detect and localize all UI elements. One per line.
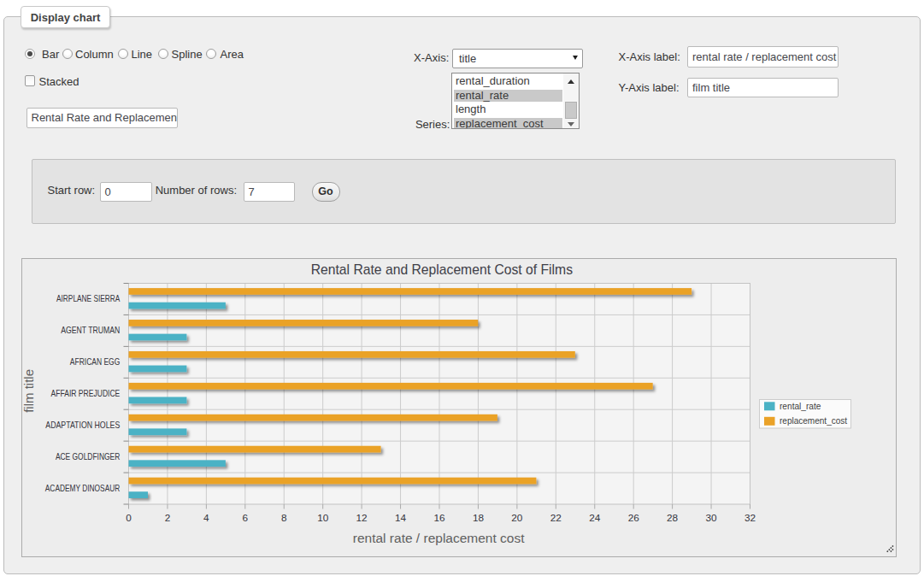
svg-text:0: 0: [126, 512, 132, 524]
svg-text:26: 26: [627, 512, 639, 524]
svg-text:film title: film title: [22, 369, 36, 413]
svg-text:AIRPLANE SIERRA: AIRPLANE SIERRA: [56, 294, 120, 303]
svg-text:ADAPTATION HOLES: ADAPTATION HOLES: [45, 420, 120, 430]
svg-text:8: 8: [280, 512, 286, 524]
svg-text:AGENT TRUMAN: AGENT TRUMAN: [61, 326, 120, 335]
svg-text:12: 12: [356, 512, 367, 524]
svg-text:2: 2: [164, 512, 170, 524]
svg-text:ACE GOLDFINGER: ACE GOLDFINGER: [55, 452, 119, 461]
svg-text:22: 22: [550, 512, 561, 524]
svg-text:AFRICAN EGG: AFRICAN EGG: [69, 357, 120, 367]
svg-text:AFFAIR PREJUDICE: AFFAIR PREJUDICE: [50, 389, 120, 398]
svg-text:ACADEMY DINOSAUR: ACADEMY DINOSAUR: [44, 484, 120, 493]
svg-text:28: 28: [667, 512, 679, 524]
svg-text:Rental Rate and Replacement Co: Rental Rate and Replacement Cost of Film…: [310, 262, 572, 278]
svg-text:32: 32: [744, 512, 755, 524]
svg-text:10: 10: [317, 512, 329, 524]
svg-text:replacement_cost: replacement_cost: [780, 416, 847, 426]
svg-text:30: 30: [705, 512, 717, 524]
svg-text:14: 14: [394, 512, 406, 524]
svg-text:16: 16: [433, 512, 445, 524]
svg-text:24: 24: [589, 512, 601, 524]
svg-text:rental_rate: rental_rate: [780, 402, 821, 411]
svg-text:20: 20: [511, 512, 523, 524]
svg-text:4: 4: [203, 512, 209, 524]
svg-text:6: 6: [242, 512, 248, 524]
svg-text:rental rate / replacement cost: rental rate / replacement cost: [352, 531, 524, 545]
svg-text:18: 18: [472, 512, 484, 524]
